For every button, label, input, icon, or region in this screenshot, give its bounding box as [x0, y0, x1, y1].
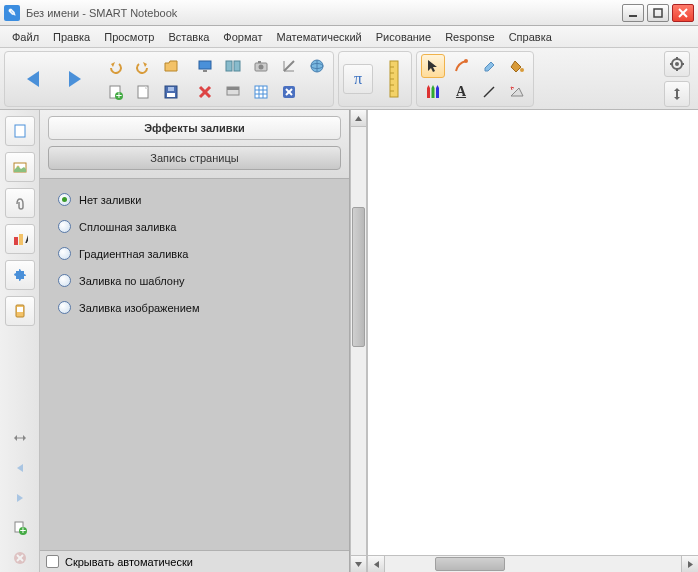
tab-activity[interactable]	[5, 296, 35, 326]
tab-properties[interactable]: A	[5, 224, 35, 254]
canvas-area	[367, 110, 698, 572]
radio-icon	[58, 274, 71, 287]
scroll-track[interactable]	[351, 127, 366, 555]
app-icon: ✎	[4, 5, 20, 21]
table-button[interactable]	[249, 80, 273, 104]
toolbar: + π	[0, 48, 698, 110]
fill-option-label: Сплошная заливка	[79, 221, 176, 233]
add-page-button[interactable]: +	[103, 80, 127, 104]
menu-file[interactable]: Файл	[6, 29, 45, 45]
svg-rect-1	[654, 9, 662, 17]
screen-shade-button[interactable]	[221, 80, 245, 104]
delete-page-mini-button[interactable]	[10, 548, 30, 568]
svg-rect-40	[432, 88, 435, 98]
hscroll-track[interactable]	[385, 556, 681, 572]
scroll-right-button[interactable]	[681, 556, 698, 572]
main-area: A + Эффекты заливки Запись страницы Нет …	[0, 110, 698, 572]
fill-option-pattern[interactable]: Заливка по шаблону	[58, 274, 331, 287]
prev-page-mini-button[interactable]	[10, 458, 30, 478]
panel-subtitle-page-recording[interactable]: Запись страницы	[48, 146, 341, 170]
svg-rect-39	[427, 88, 430, 98]
camera-button[interactable]	[249, 54, 273, 78]
save-button[interactable]	[159, 80, 183, 104]
menu-edit[interactable]: Правка	[47, 29, 96, 45]
delete-button[interactable]	[193, 80, 217, 104]
creative-pen-button[interactable]	[449, 54, 473, 78]
svg-rect-9	[167, 93, 175, 97]
measure-tool-button[interactable]	[277, 54, 301, 78]
globe-button[interactable]	[305, 54, 329, 78]
page-canvas[interactable]	[368, 110, 698, 555]
minimize-button[interactable]	[622, 4, 644, 22]
svg-point-20	[259, 64, 264, 69]
autohide-label: Скрывать автоматически	[65, 556, 193, 568]
svg-rect-21	[258, 61, 261, 63]
tab-page-sorter[interactable]	[5, 116, 35, 146]
cancel-tool-button[interactable]	[277, 80, 301, 104]
menu-view[interactable]: Просмотр	[98, 29, 160, 45]
panel-title-fill-effects[interactable]: Эффекты заливки	[48, 116, 341, 140]
maximize-button[interactable]	[647, 4, 669, 22]
horizontal-scrollbar[interactable]	[368, 555, 698, 572]
collapse-panel-button[interactable]	[10, 428, 30, 448]
new-file-button[interactable]	[131, 80, 155, 104]
fill-option-solid[interactable]: Сплошная заливка	[58, 220, 331, 233]
svg-point-42	[464, 59, 468, 63]
tab-attachments[interactable]	[5, 188, 35, 218]
hscroll-thumb[interactable]	[435, 557, 505, 571]
shapes-button[interactable]	[505, 80, 529, 104]
side-tab-strip: A +	[0, 110, 40, 572]
radio-icon	[58, 247, 71, 260]
radio-icon	[58, 220, 71, 233]
scroll-thumb[interactable]	[352, 207, 365, 347]
undo-button[interactable]	[103, 54, 127, 78]
nav-back-button[interactable]	[15, 61, 51, 97]
vertical-scrollbar[interactable]	[350, 110, 367, 572]
select-tool-button[interactable]	[421, 54, 445, 78]
line-tool-button[interactable]	[477, 80, 501, 104]
tab-addons[interactable]	[5, 260, 35, 290]
menu-format[interactable]: Формат	[217, 29, 268, 45]
autohide-checkbox[interactable]	[46, 555, 59, 568]
ruler-button[interactable]	[381, 56, 407, 102]
fill-option-none[interactable]: Нет заливки	[58, 193, 331, 206]
eraser-button[interactable]	[477, 54, 501, 78]
fill-option-label: Нет заливки	[79, 194, 141, 206]
svg-rect-12	[203, 70, 207, 72]
open-folder-button[interactable]	[159, 54, 183, 78]
scroll-left-button[interactable]	[368, 556, 385, 572]
menu-insert[interactable]: Вставка	[162, 29, 215, 45]
settings-button[interactable]	[664, 51, 690, 77]
fill-option-label: Заливка изображением	[79, 302, 200, 314]
tab-gallery[interactable]	[5, 152, 35, 182]
pens-button[interactable]	[421, 80, 445, 104]
radio-icon	[58, 301, 71, 314]
svg-line-43	[484, 87, 494, 97]
move-toolbar-button[interactable]	[664, 81, 690, 107]
svg-point-44	[520, 68, 524, 72]
menu-help[interactable]: Справка	[503, 29, 558, 45]
monitor-button[interactable]	[193, 54, 217, 78]
dual-page-button[interactable]	[221, 54, 245, 78]
scroll-up-button[interactable]	[351, 110, 366, 127]
svg-rect-55	[14, 237, 18, 245]
menu-draw[interactable]: Рисование	[370, 29, 437, 45]
next-page-mini-button[interactable]	[10, 488, 30, 508]
fill-option-label: Заливка по шаблону	[79, 275, 185, 287]
scroll-down-button[interactable]	[351, 555, 366, 572]
close-button[interactable]	[672, 4, 694, 22]
add-page-mini-button[interactable]: +	[10, 518, 30, 538]
nav-forward-button[interactable]	[57, 61, 93, 97]
text-tool-button[interactable]: A	[449, 80, 473, 104]
svg-text:A: A	[25, 233, 28, 245]
menu-math[interactable]: Математический	[270, 29, 367, 45]
fill-tool-button[interactable]	[505, 54, 529, 78]
menu-response[interactable]: Response	[439, 29, 501, 45]
svg-rect-52	[15, 125, 25, 137]
svg-rect-10	[168, 87, 174, 91]
fill-option-image[interactable]: Заливка изображением	[58, 301, 331, 314]
redo-button[interactable]	[131, 54, 155, 78]
math-pi-button[interactable]: π	[343, 64, 373, 94]
fill-option-gradient[interactable]: Градиентная заливка	[58, 247, 331, 260]
svg-text:+: +	[116, 89, 122, 100]
